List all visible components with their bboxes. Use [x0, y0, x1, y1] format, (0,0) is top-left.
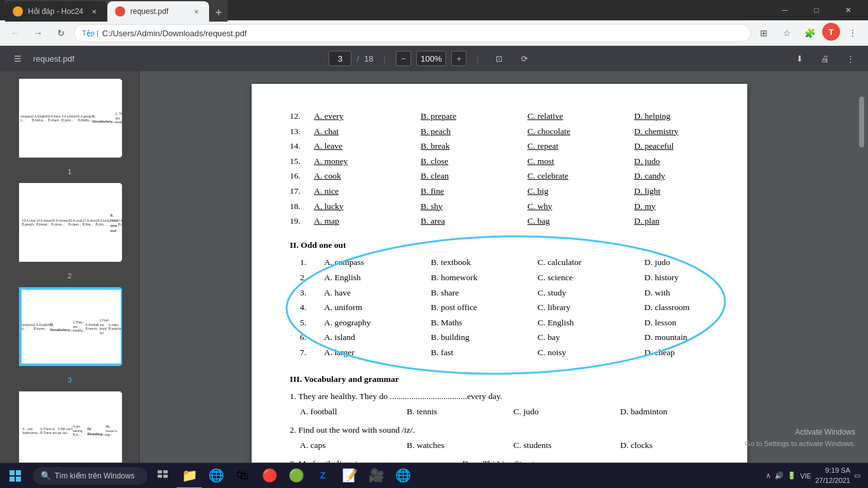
close-button[interactable]: ✕: [834, 0, 863, 20]
window-controls: ─ □ ✕: [770, 0, 863, 20]
edge-icon: 🌐: [208, 468, 224, 483]
taskbar-app-edge[interactable]: 🌐: [203, 463, 229, 489]
s2-question-5: 5. A. geography B. Maths C. English D. l…: [300, 316, 709, 330]
pdf-zoom-display: 100%: [416, 51, 446, 66]
pdf-toolbar-left: ☰ request.pdf: [8, 48, 74, 69]
tab-close-hoidap[interactable]: ✕: [89, 6, 99, 17]
clock-date: 27/12/2021: [815, 476, 850, 485]
taskbar-app-chrome[interactable]: 🌐: [390, 463, 416, 489]
extensions-button[interactable]: ⊞: [754, 23, 774, 43]
pdf-thumb-2[interactable]: 12.A.every B.prepare... 13.A.chat B.peac…: [19, 183, 121, 262]
systray-volume[interactable]: 🔋: [787, 471, 796, 480]
store-icon: 🛍: [236, 468, 249, 482]
pdf-page-input[interactable]: [329, 51, 351, 66]
s2-question-6: 6. A. island B. building C. bay D. mount…: [300, 330, 709, 344]
taskbar-app-word[interactable]: 📝: [337, 463, 362, 489]
pdf-toolbar-center: / 18 | − 100% + | ⊡ ⟳: [79, 48, 784, 69]
taskbar-app-app2[interactable]: 🟢: [283, 463, 309, 489]
files-icon: 📁: [182, 468, 198, 483]
pdf-sidebar: I. Choose odd one out 1.A.compass B.text…: [0, 71, 140, 488]
svg-rect-2: [16, 470, 21, 475]
pdf-download-button[interactable]: ⬇: [789, 48, 810, 69]
taskbar-apps: 📁 🌐 🛍 🔴 🟢 Z 📝 🎥 🌐: [150, 463, 758, 489]
svg-rect-4: [16, 477, 21, 482]
bookmark-button[interactable]: ☆: [776, 23, 797, 43]
pdf-rotate-button[interactable]: ⟳: [515, 48, 535, 69]
taskbar: 🔍 Tìm kiếm trên Windows 📁 🌐 🛍 🔴 🟢: [0, 463, 868, 488]
minimize-button[interactable]: ─: [770, 0, 799, 20]
pdf-thumb-label-3: 3: [8, 376, 132, 384]
section3-title: III. Vocabulary and grammar: [290, 372, 709, 386]
pdf-more-button[interactable]: ⋮: [840, 48, 860, 69]
activate-windows-title: Activate Windows: [745, 426, 855, 438]
s2-question-4: 4. A. uniform B. post office C. library …: [300, 301, 709, 315]
pdf-main[interactable]: 12. A. every B. prepare C. relative D. h…: [140, 71, 859, 488]
scroll-thumb[interactable]: [859, 97, 864, 147]
new-tab-button[interactable]: +: [210, 4, 227, 22]
pdf-scrollbar-right[interactable]: [859, 71, 868, 488]
taskbar-app-files[interactable]: 📁: [177, 463, 202, 489]
pdf-thumb-label-1: 1: [8, 168, 132, 175]
chrome-icon: 🌐: [395, 468, 411, 483]
pdf-thumb-1[interactable]: I. Choose odd one out 1.A.compass B.text…: [19, 79, 121, 158]
taskbar-app-taskview[interactable]: [150, 463, 175, 489]
pdf-zoom-out-button[interactable]: −: [396, 51, 411, 66]
app2-icon: 🟢: [288, 468, 304, 483]
systray-up-arrow[interactable]: ∧: [766, 471, 771, 480]
back-button[interactable]: ←: [5, 23, 25, 43]
tab-hoidap[interactable]: Hỏi đáp - Hoc24 ✕: [5, 1, 107, 22]
taskbar-search[interactable]: 🔍 Tìm kiếm trên Windows: [33, 467, 147, 485]
tab-close-pdf[interactable]: ✕: [191, 6, 201, 17]
pdf-menu-button[interactable]: ☰: [8, 48, 28, 69]
address-bar[interactable]: Tệp | C:/Users/Admin/Downloads/request.p…: [74, 24, 751, 42]
taskbar-app-zalo[interactable]: Z: [310, 463, 336, 489]
zoom-icon: 🎥: [369, 468, 384, 483]
refresh-button[interactable]: ↻: [51, 23, 71, 43]
section3-q2-opts: A. caps B. watches C. students D. clocks: [300, 438, 709, 452]
section2-questions: 1. A. compass B. textbook C. calculator …: [300, 255, 709, 359]
pdf-fit-button[interactable]: ⊡: [489, 48, 510, 69]
pdf-toolbar-right: ⬇ 🖨 ⋮: [789, 48, 860, 69]
pdf-thumb-img-1: I. Choose odd one out 1.A.compass B.text…: [20, 80, 122, 156]
tab-request-pdf[interactable]: request.pdf ✕: [107, 1, 209, 22]
taskbar-app-app1[interactable]: 🔴: [257, 463, 282, 489]
systray-network[interactable]: 🔊: [775, 471, 783, 480]
tabs-bar: Hỏi đáp - Hoc24 ✕ request.pdf ✕ +: [5, 0, 227, 22]
systray-lang[interactable]: VIE: [800, 472, 811, 480]
taskbar-systray: ∧ 🔊 🔋 VIE 9:19 SA 27/12/2021 ▭: [758, 466, 868, 485]
taskbar-app-zoom[interactable]: 🎥: [363, 463, 389, 489]
pdf-zoom-in-button[interactable]: +: [451, 51, 466, 66]
maximize-button[interactable]: □: [802, 0, 831, 20]
question-18: 18. A. lucky B. shy C. why D. my: [290, 200, 709, 214]
pdf-thumb-img-2: 12.A.every B.prepare... 13.A.chat B.peac…: [20, 184, 122, 261]
activate-windows-notice: Activate Windows Go to Settings to activ…: [745, 426, 855, 450]
svg-rect-6: [163, 470, 168, 473]
pdf-thumb-3[interactable]: II. Odd one out 1.A.compass B.text... 2.…: [19, 287, 121, 366]
taskbar-search-label: Tìm kiếm trên Windows: [55, 471, 135, 480]
profile-button[interactable]: T: [822, 23, 840, 41]
zalo-icon: Z: [320, 470, 326, 480]
section3-q1: 1. They are healthy. They do ...........…: [290, 390, 709, 403]
forward-button[interactable]: →: [28, 23, 48, 43]
question-17: 17. A. nice B. fine C. big D. light: [290, 184, 709, 198]
s2-question-7: 7. A. larger B. fast C. noisy D. cheap: [300, 346, 709, 360]
questions-top-section: 12. A. every B. prepare C. relative D. h…: [290, 109, 709, 228]
pdf-title: request.pdf: [33, 54, 74, 64]
nav-bar: ← → ↻ Tệp | C:/Users/Admin/Downloads/req…: [0, 20, 868, 46]
question-13: 13. A. chat B. peach C. chocolate D. che…: [290, 125, 709, 139]
taskbar-app-store[interactable]: 🛍: [230, 463, 255, 489]
pdf-scroll-container: 12. A. every B. prepare C. relative D. h…: [153, 84, 846, 488]
pdf-page: 12. A. every B. prepare C. relative D. h…: [252, 84, 747, 488]
pdf-thumb-4[interactable]: 4....two bathrooms... A.There is B.There…: [19, 391, 121, 470]
pdf-print-button[interactable]: 🖨: [815, 48, 835, 69]
section2-title: II. Odd one out: [290, 238, 709, 252]
tab-label-hoidap: Hỏi đáp - Hoc24: [28, 7, 84, 16]
svg-rect-3: [10, 477, 15, 482]
svg-rect-7: [158, 475, 162, 478]
puzzle-button[interactable]: 🧩: [799, 23, 820, 43]
taskbar-clock[interactable]: 9:19 SA 27/12/2021: [815, 466, 850, 485]
start-button[interactable]: [0, 463, 31, 489]
section3-q2: 2. Find out the word with sound /iz/.: [290, 423, 709, 437]
show-desktop-button[interactable]: ▭: [854, 471, 860, 480]
menu-button[interactable]: ⋮: [843, 23, 863, 43]
